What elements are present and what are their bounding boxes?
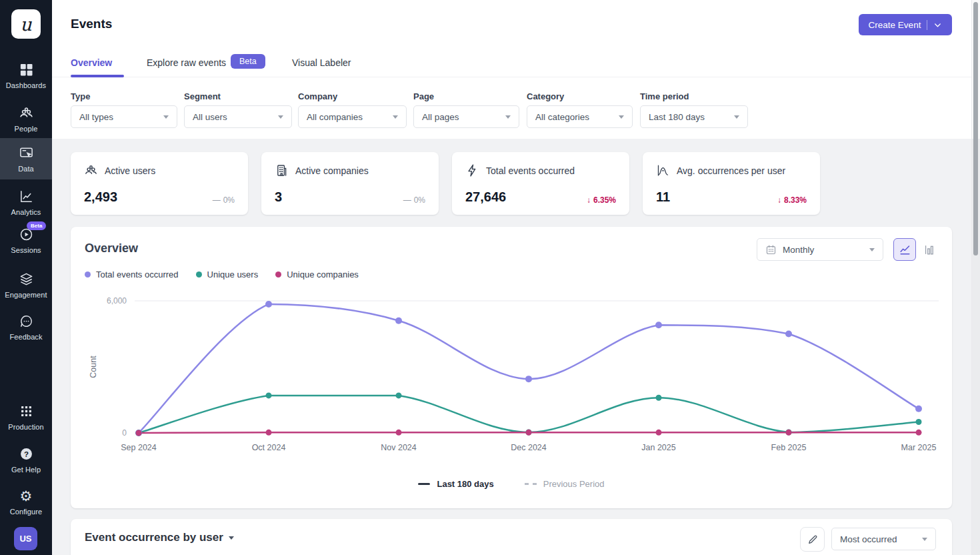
sidebar-item-feedback[interactable]: Feedback (0, 308, 52, 341)
bar-chart-toggle[interactable] (918, 238, 941, 261)
beta-badge[interactable]: Beta (231, 54, 265, 69)
sidebar-item-label: Data (18, 165, 34, 173)
sidebar-item-engagement[interactable]: Engagement (0, 266, 52, 299)
sidebar-item-label: People (15, 125, 38, 133)
stat-label: Active users (105, 165, 155, 176)
sidebar-item-sessions[interactable]: Beta Sessions (0, 221, 52, 254)
line-chart-icon (899, 243, 911, 256)
category-select[interactable]: All categories (527, 105, 633, 128)
gear-icon: ⚙ (20, 488, 33, 504)
sidebar-item-label: Analytics (11, 208, 41, 216)
create-event-label: Create Event (869, 20, 921, 30)
chevron-down-icon (922, 538, 927, 541)
legend-label: Total events occurred (96, 269, 179, 280)
chevron-down-icon (278, 115, 283, 119)
sidebar-item-label: Sessions (11, 246, 41, 254)
sort-select[interactable]: Most occurred (831, 528, 936, 550)
dashboard-grid-icon (19, 62, 34, 77)
stat-card-avg-occurrences: Avg. occurrences per user 11 ↓8.33% (643, 152, 820, 215)
svg-text:Nov 2024: Nov 2024 (381, 443, 417, 452)
sidebar-item-data[interactable]: Data (0, 138, 52, 179)
stat-change: ↓6.35% (587, 195, 616, 205)
type-select[interactable]: All types (71, 105, 177, 128)
svg-text:Mar 2025: Mar 2025 (901, 443, 937, 452)
svg-text:6,000: 6,000 (107, 296, 127, 306)
legend-item-unique-companies[interactable]: Unique companies (275, 269, 359, 280)
people-icon (19, 105, 34, 121)
stat-change: —0% (403, 195, 425, 205)
legend-current-period[interactable]: Last 180 days (418, 479, 493, 489)
sidebar-item-label: Engagement (5, 291, 47, 299)
trend-flat-icon: — (213, 195, 221, 205)
filter-label-page: Page (413, 91, 434, 101)
company-select[interactable]: All companies (298, 105, 407, 128)
overview-chart-card: Overview Monthly (71, 227, 952, 508)
dashed-line-swatch (525, 483, 537, 485)
event-occurrence-card: Event occurrence by user Most occurred (71, 519, 952, 555)
chevron-down-icon (163, 115, 169, 119)
stat-value: 27,646 (465, 189, 506, 205)
scrollbar-thumb[interactable] (973, 2, 978, 255)
help-icon: ? (19, 446, 34, 462)
filter-label-time-period: Time period (640, 91, 689, 101)
tab-overview[interactable]: Overview (71, 57, 112, 68)
chevron-down-icon (619, 115, 624, 119)
stat-value: 2,493 (84, 189, 117, 205)
legend-dot (85, 271, 91, 278)
chevron-down-icon (229, 536, 234, 540)
legend-previous-period[interactable]: Previous Period (525, 479, 605, 489)
period-legend: Last 180 days Previous Period (71, 479, 952, 489)
sidebar-item-production[interactable]: Production (0, 398, 52, 431)
legend-item-total-events[interactable]: Total events occurred (85, 269, 179, 280)
stat-label: Active companies (295, 165, 369, 176)
logo-glyph: u (20, 15, 31, 33)
tab-explore-raw-events[interactable]: Explore raw events (147, 57, 226, 68)
stat-label: Avg. occurrences per user (677, 165, 785, 176)
create-event-button[interactable]: Create Event (859, 14, 952, 35)
sidebar-item-label: Production (8, 423, 44, 431)
sidebar-item-get-help[interactable]: ? Get Help (0, 441, 52, 474)
edit-button[interactable] (800, 527, 825, 552)
filter-label-company: Company (298, 91, 337, 101)
company-select-value: All companies (307, 112, 393, 122)
granularity-select[interactable]: Monthly (757, 238, 883, 261)
tab-visual-labeler[interactable]: Visual Labeler (292, 57, 351, 68)
stat-change: —0% (213, 195, 235, 205)
svg-text:Sep 2024: Sep 2024 (121, 443, 157, 452)
sidebar-item-dashboards[interactable]: Dashboards (0, 57, 52, 89)
time-period-select-value: Last 180 days (649, 112, 734, 122)
sidebar-item-people[interactable]: People (0, 100, 52, 133)
svg-text:Oct 2024: Oct 2024 (252, 443, 286, 452)
sidebar-item-configure[interactable]: ⚙ Configure (0, 483, 52, 516)
sort-select-value: Most occurred (840, 534, 922, 544)
legend-item-unique-users[interactable]: Unique users (196, 269, 259, 280)
page-title: Events (71, 17, 112, 31)
chevron-down-icon (869, 248, 875, 251)
filter-label-type: Type (71, 91, 90, 101)
sidebar-item-label: Get Help (11, 466, 41, 474)
chat-bubble-icon (19, 314, 34, 329)
event-occurrence-title-dropdown[interactable]: Event occurrence by user (85, 531, 234, 544)
scrollbar-track[interactable] (971, 0, 980, 555)
page-select[interactable]: All pages (413, 105, 519, 128)
analytics-chart-icon (19, 189, 34, 204)
app-logo[interactable]: u (11, 9, 41, 39)
svg-text:Dec 2024: Dec 2024 (511, 443, 547, 452)
stat-card-total-events: Total events occurred 27,646 ↓6.35% (452, 152, 629, 215)
lightning-icon (465, 163, 479, 177)
layers-icon (19, 271, 34, 287)
sidebar-item-label: Feedback (9, 333, 42, 341)
legend-dot (196, 271, 202, 278)
line-chart-toggle[interactable] (893, 238, 916, 261)
type-select-value: All types (79, 112, 163, 122)
time-period-select[interactable]: Last 180 days (640, 105, 748, 128)
stat-change: ↓8.33% (777, 195, 807, 205)
segment-select[interactable]: All users (184, 105, 292, 128)
stat-value: 11 (656, 189, 670, 205)
stat-value: 3 (275, 189, 282, 205)
legend-label: Unique companies (287, 269, 359, 280)
bell-curve-icon (656, 163, 670, 177)
user-avatar[interactable]: US (14, 527, 37, 550)
stat-card-active-companies: Active companies 3 —0% (261, 152, 439, 215)
sidebar-item-analytics[interactable]: Analytics (0, 183, 52, 216)
